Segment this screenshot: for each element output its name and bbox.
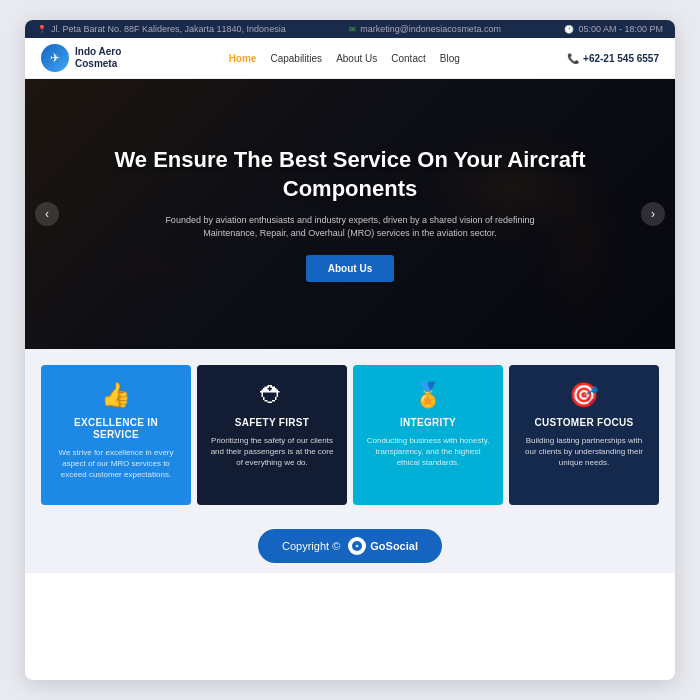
- phone-section: 📞 +62-21 545 6557: [567, 53, 659, 64]
- phone-icon: 📞: [567, 53, 579, 64]
- safety-title: SAFETY FIRST: [235, 417, 310, 429]
- email-section: ✉ marketing@indonesiacosmeta.com: [349, 24, 501, 34]
- excellence-desc: We strive for excellence in every aspect…: [51, 447, 181, 481]
- customer-icon: 🎯: [569, 381, 599, 409]
- nav-capabilities[interactable]: Capabilities: [270, 53, 322, 64]
- value-card-safety: ⛑ SAFETY FIRST Prioritizing the safety o…: [197, 365, 347, 505]
- location-icon: 📍: [37, 25, 47, 34]
- footer-pill: Copyright © GoSocial: [258, 529, 442, 563]
- nav-contact[interactable]: Contact: [391, 53, 425, 64]
- integrity-title: INTEGRITY: [400, 417, 456, 429]
- value-card-excellence: 👍 EXCELLENCE IN SERVICE We strive for ex…: [41, 365, 191, 505]
- hero-arrow-left[interactable]: ‹: [35, 202, 59, 226]
- address-text: Jl. Peta Barat No. 88F Kalideres, Jakart…: [51, 24, 286, 34]
- hero-cta-button[interactable]: About Us: [306, 255, 394, 282]
- hours-text: 05:00 AM - 18:00 PM: [578, 24, 663, 34]
- logo-text: Indo AeroCosmeta: [75, 46, 121, 70]
- logo-icon: ✈: [41, 44, 69, 72]
- phone-number: +62-21 545 6557: [583, 53, 659, 64]
- excellence-icon: 👍: [101, 381, 131, 409]
- hero-content: We Ensure The Best Service On Your Aircr…: [25, 79, 675, 349]
- hero-subtitle: Founded by aviation enthusiasts and indu…: [160, 214, 540, 241]
- info-bar: 📍 Jl. Peta Barat No. 88F Kalideres, Jaka…: [25, 20, 675, 38]
- logo: ✈ Indo AeroCosmeta: [41, 44, 121, 72]
- nav-home[interactable]: Home: [229, 53, 257, 64]
- customer-title: CUSTOMER FOCUS: [534, 417, 633, 429]
- nav-links: Home Capabilities About Us Contact Blog: [229, 53, 460, 64]
- clock-icon: 🕐: [564, 25, 574, 34]
- gosocial-icon: [348, 537, 366, 555]
- hero-arrow-right[interactable]: ›: [641, 202, 665, 226]
- navigation: ✈ Indo AeroCosmeta Home Capabilities Abo…: [25, 38, 675, 79]
- safety-desc: Prioritizing the safety of our clients a…: [207, 435, 337, 469]
- footer-brand-name: GoSocial: [370, 540, 418, 552]
- email-text: marketing@indonesiacosmeta.com: [360, 24, 501, 34]
- email-icon: ✉: [349, 25, 356, 34]
- hero-title: We Ensure The Best Service On Your Aircr…: [105, 146, 595, 203]
- browser-window: 📍 Jl. Peta Barat No. 88F Kalideres, Jaka…: [25, 20, 675, 680]
- svg-point-1: [356, 545, 358, 547]
- hero-section: ‹ We Ensure The Best Service On Your Air…: [25, 79, 675, 349]
- hours-section: 🕐 05:00 AM - 18:00 PM: [564, 24, 663, 34]
- footer: Copyright © GoSocial: [25, 519, 675, 573]
- excellence-title: EXCELLENCE IN SERVICE: [51, 417, 181, 441]
- nav-about[interactable]: About Us: [336, 53, 377, 64]
- footer-brand: GoSocial: [348, 537, 418, 555]
- integrity-desc: Conducting business with honesty, transp…: [363, 435, 493, 469]
- footer-copyright: Copyright ©: [282, 540, 340, 552]
- value-card-integrity: 🏅 INTEGRITY Conducting business with hon…: [353, 365, 503, 505]
- address-section: 📍 Jl. Peta Barat No. 88F Kalideres, Jaka…: [37, 24, 286, 34]
- values-section: 👍 EXCELLENCE IN SERVICE We strive for ex…: [25, 349, 675, 519]
- values-grid: 👍 EXCELLENCE IN SERVICE We strive for ex…: [41, 365, 659, 505]
- customer-desc: Building lasting partnerships with our c…: [519, 435, 649, 469]
- value-card-customer: 🎯 CUSTOMER FOCUS Building lasting partne…: [509, 365, 659, 505]
- integrity-icon: 🏅: [413, 381, 443, 409]
- nav-blog[interactable]: Blog: [440, 53, 460, 64]
- safety-icon: ⛑: [260, 381, 284, 409]
